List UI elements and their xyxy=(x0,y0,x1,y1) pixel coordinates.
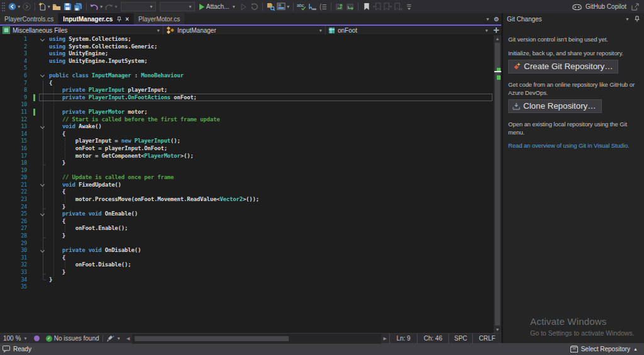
code-text[interactable]: onFoot = playerInput.OnFoot; xyxy=(49,145,167,153)
code-line[interactable]: 13 void Awake() xyxy=(0,123,494,131)
code-text[interactable]: { xyxy=(49,254,65,262)
toolbar-grip[interactable] xyxy=(2,3,5,11)
line-number[interactable]: 17 xyxy=(0,153,33,160)
step-into-icon[interactable] xyxy=(334,1,345,13)
feedback-bubble-icon[interactable] xyxy=(3,346,10,352)
code-text[interactable]: // Update is called once per frame xyxy=(49,174,174,182)
github-copilot-icon[interactable] xyxy=(572,1,582,13)
redo-icon[interactable]: ▼ xyxy=(104,1,118,13)
scroll-right-icon[interactable]: ▶ xyxy=(381,336,389,341)
code-line[interactable]: 26 { xyxy=(0,218,494,226)
line-number[interactable]: 11 xyxy=(0,109,33,116)
editor-options-gear-icon[interactable]: ⚙ xyxy=(494,16,499,23)
bookmark-prev-icon[interactable] xyxy=(372,1,382,13)
fold-chevron-icon[interactable] xyxy=(38,36,49,43)
find-in-files-icon[interactable] xyxy=(265,1,276,13)
code-text[interactable]: } xyxy=(49,276,52,284)
code-line[interactable]: 34} xyxy=(0,276,494,284)
fold-chevron-icon[interactable] xyxy=(38,182,49,189)
clone-repository-button[interactable]: Clone Repository… xyxy=(508,99,602,113)
code-line[interactable]: 30 private void OnDisable() xyxy=(0,247,494,254)
project-dropdown[interactable]: Miscellaneous Files ▼ xyxy=(0,26,164,35)
code-line[interactable]: 2using System.Collections.Generic; xyxy=(0,43,494,51)
line-number[interactable]: 12 xyxy=(0,116,33,124)
text-verify-icon[interactable]: abc xyxy=(296,1,307,13)
scrollbar-thumb[interactable] xyxy=(495,43,500,325)
code-text[interactable]: private void OnEnable() xyxy=(49,210,138,218)
line-number[interactable]: 27 xyxy=(0,225,33,232)
code-text[interactable]: motor.ProcessMove(onFoot.Movement.ReadVa… xyxy=(49,196,259,204)
caret-navigation-icon[interactable] xyxy=(307,1,318,13)
solution-configurations-combo[interactable]: ▼ xyxy=(121,2,156,11)
code-line[interactable]: 15 playerInput = new PlayerInput(); xyxy=(0,138,494,145)
code-line[interactable]: 19 xyxy=(0,167,494,175)
scrollbar-thumb[interactable] xyxy=(135,336,289,341)
code-line[interactable]: 7{ xyxy=(0,80,494,87)
code-line[interactable]: 18 } xyxy=(0,160,494,167)
code-text[interactable]: public class InputManager : MonoBehaviou… xyxy=(49,72,184,80)
code-line[interactable]: 9 private PlayerInput.OnFootActions onFo… xyxy=(0,94,494,102)
code-line[interactable]: 8 private PlayerInput playerInput; xyxy=(0,87,494,94)
code-line[interactable]: 27 onFoot.Enable(); xyxy=(0,225,494,232)
code-cleanup-icon[interactable]: ▼ xyxy=(103,335,124,342)
panel-options-icon[interactable]: ▼ xyxy=(625,17,630,21)
tab-playercontrols-cs[interactable]: PlayerControls.cs xyxy=(0,13,58,25)
line-number[interactable]: 21 xyxy=(0,182,33,189)
solution-platforms-combo[interactable]: ▼ xyxy=(160,2,195,11)
code-text[interactable]: void Awake() xyxy=(49,123,102,131)
code-line[interactable]: 4using UnityEngine.InputSystem; xyxy=(0,58,494,65)
code-line[interactable]: 25 private void OnEnable() xyxy=(0,210,494,218)
line-number[interactable]: 25 xyxy=(0,210,33,218)
pin-icon[interactable] xyxy=(634,16,640,22)
health-indicator[interactable]: ✓ No issues found xyxy=(43,335,103,342)
fold-chevron-icon[interactable] xyxy=(38,123,49,131)
line-number[interactable]: 16 xyxy=(0,145,33,153)
line-number[interactable]: 4 xyxy=(0,58,33,65)
horizontal-scrollbar[interactable] xyxy=(132,334,380,344)
tab-inputmanager-cs[interactable]: InputManager.cs× xyxy=(58,13,133,25)
code-text[interactable]: motor = GetComponent<PlayerMotor>(); xyxy=(49,153,194,160)
save-icon[interactable] xyxy=(62,1,73,13)
tab-list-dropdown-icon[interactable]: ▼ xyxy=(486,17,490,21)
zoom-dropdown[interactable]: 100 % ▼ xyxy=(0,335,31,342)
toolbar-overflow-icon[interactable] xyxy=(404,1,414,13)
code-line[interactable]: 24 } xyxy=(0,204,494,211)
close-icon[interactable]: × xyxy=(125,16,129,23)
code-text[interactable]: { xyxy=(49,188,65,196)
code-line[interactable]: 17 motor = GetComponent<PlayerMotor>(); xyxy=(0,153,494,160)
line-number[interactable]: 22 xyxy=(0,188,33,196)
code-text[interactable]: { xyxy=(49,131,65,138)
indent-indicator[interactable]: SPC xyxy=(448,334,472,343)
undo-icon[interactable]: ▼ xyxy=(89,1,104,13)
step-over-icon[interactable] xyxy=(345,1,355,13)
new-file-icon[interactable]: ▼ xyxy=(38,1,51,13)
create-git-repository-button[interactable]: Create Git Repository… xyxy=(508,60,618,74)
line-number[interactable]: 9 xyxy=(0,94,33,102)
code-text[interactable]: using UnityEngine; xyxy=(49,50,108,58)
line-number[interactable]: 20 xyxy=(0,174,33,182)
fold-chevron-icon[interactable] xyxy=(38,72,49,80)
code-text[interactable]: onFoot.Disable(); xyxy=(49,261,131,269)
code-line[interactable]: 23 motor.ProcessMove(onFoot.Movement.Rea… xyxy=(0,196,494,204)
code-text[interactable]: { xyxy=(49,80,52,87)
bookmark-next-icon[interactable] xyxy=(382,1,393,13)
line-number[interactable]: 26 xyxy=(0,218,33,226)
code-line[interactable]: 12 // Start is called before the first f… xyxy=(0,116,494,124)
save-all-icon[interactable] xyxy=(73,1,84,13)
line-number[interactable]: 35 xyxy=(0,283,33,291)
code-text[interactable]: private PlayerInput.OnFootActions onFoot… xyxy=(49,94,197,102)
code-line[interactable]: 20 // Update is called once per frame xyxy=(0,174,494,182)
hot-reload-icon[interactable] xyxy=(249,1,260,13)
line-indicator[interactable]: Ln: 9 xyxy=(389,334,417,343)
window-layout-icon[interactable]: ▼ xyxy=(276,1,291,13)
line-number[interactable]: 29 xyxy=(0,240,33,248)
line-number[interactable]: 14 xyxy=(0,131,33,138)
accessibility-icon[interactable] xyxy=(31,336,43,341)
code-editor[interactable]: 1using System.Collections;2using System.… xyxy=(0,35,501,333)
code-text[interactable]: private void OnDisable() xyxy=(49,247,141,254)
attach-button[interactable]: Attach...▼ xyxy=(197,3,238,10)
code-text[interactable]: { xyxy=(49,218,65,226)
code-line[interactable]: 16 onFoot = playerInput.OnFoot; xyxy=(0,145,494,153)
code-line[interactable]: 22 { xyxy=(0,188,494,196)
pin-icon[interactable] xyxy=(116,16,122,22)
